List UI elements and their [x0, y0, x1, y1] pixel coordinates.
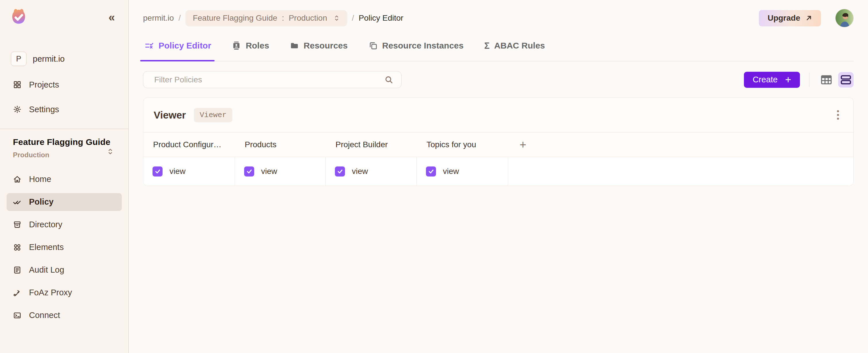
sidebar-item-label: Directory — [29, 220, 62, 229]
double-check-icon — [13, 198, 22, 206]
permission-checkbox[interactable] — [426, 166, 436, 176]
chevron-updown-icon[interactable] — [107, 148, 114, 156]
sidebar-item-directory[interactable]: Directory — [7, 216, 122, 234]
search-icon — [384, 75, 394, 84]
permission-column-headers: Product Configur… Products Project Build… — [143, 133, 854, 157]
sidebar-item-foaz-proxy[interactable]: FoAz Proxy — [7, 284, 122, 301]
policy-toolbar: Create + — [143, 71, 854, 88]
breadcrumb-separator: / — [352, 13, 354, 23]
list-view-icon — [840, 74, 852, 86]
document-lines-icon — [13, 266, 22, 275]
sidebar-item-label: Settings — [29, 105, 59, 114]
table-view-toggle[interactable] — [818, 72, 834, 88]
id-badge-icon — [232, 41, 241, 50]
environment-name: Production — [13, 151, 116, 159]
tab-label: Policy Editor — [159, 41, 211, 51]
breadcrumb: permit.io / Feature Flagging Guide : Pro… — [143, 10, 854, 26]
tab-resource-instances[interactable]: Resource Instances — [367, 38, 465, 61]
workspace-selector[interactable]: P permit.io — [7, 52, 122, 66]
toolbar-divider — [809, 73, 810, 87]
role-key-badge: Viewer — [194, 108, 232, 122]
tab-roles[interactable]: Roles — [230, 38, 271, 61]
sidebar-item-label: Connect — [29, 311, 60, 320]
copy-icon — [369, 41, 378, 50]
permission-label: view — [261, 167, 277, 176]
create-label: Create — [752, 75, 777, 84]
folder-icon — [290, 41, 299, 50]
table-view-icon — [820, 74, 832, 86]
grid-icon — [13, 81, 22, 89]
permission-label: view — [443, 167, 459, 176]
tab-policy-editor[interactable]: Policy Editor — [143, 38, 213, 61]
sidebar-item-connect[interactable]: Connect — [7, 307, 122, 324]
upgrade-label: Upgrade — [768, 13, 800, 23]
role-title: Viewer — [154, 109, 186, 121]
upgrade-button[interactable]: Upgrade — [759, 10, 821, 26]
column-header: Products — [235, 133, 326, 157]
column-header: Product Configur… — [143, 133, 235, 157]
pill-colon: : — [282, 13, 284, 23]
role-card-viewer: Viewer Viewer Product Configur… Products… — [143, 97, 854, 186]
permit-logo-icon — [9, 6, 28, 28]
pill-project-name: Feature Flagging Guide — [193, 13, 277, 23]
kebab-menu-icon[interactable] — [833, 107, 843, 123]
circles-grid-icon — [13, 243, 22, 252]
list-view-toggle[interactable] — [838, 72, 854, 88]
sidebar-item-projects[interactable]: Projects — [7, 76, 122, 94]
permission-row: view view view view — [143, 157, 854, 186]
tab-abac-rules[interactable]: Σ ABAC Rules — [483, 38, 547, 61]
sidebar-divider — [0, 129, 128, 129]
gear-icon — [13, 105, 22, 114]
workspace-name: permit.io — [33, 54, 65, 64]
chevron-updown-icon — [334, 14, 340, 22]
terminal-icon — [13, 311, 22, 320]
sidebar-item-home[interactable]: Home — [7, 170, 122, 188]
column-header: Project Builder — [326, 133, 417, 157]
sidebar-item-label: Projects — [29, 80, 59, 90]
arrow-up-right-icon — [805, 14, 812, 22]
permission-checkbox[interactable] — [244, 166, 254, 176]
sidebar-item-label: Audit Log — [29, 265, 64, 275]
empty-cell — [508, 157, 854, 186]
breadcrumb-separator: / — [178, 13, 181, 23]
breadcrumb-page: Policy Editor — [359, 13, 404, 23]
sigma-icon: Σ — [484, 41, 490, 50]
sidebar-item-elements[interactable]: Elements — [7, 238, 122, 256]
archive-icon — [13, 220, 22, 229]
permission-checkbox[interactable] — [335, 166, 345, 176]
sidebar-item-settings[interactable]: Settings — [7, 100, 122, 118]
tab-label: Roles — [246, 41, 269, 51]
sidebar-item-label: Home — [29, 174, 51, 184]
tab-label: Resource Instances — [382, 41, 464, 51]
sidebar-item-audit-log[interactable]: Audit Log — [7, 261, 122, 279]
sidebar-item-label: Policy — [29, 197, 54, 206]
route-arrow-icon — [13, 288, 22, 297]
main-content: permit.io / Feature Flagging Guide : Pro… — [129, 0, 868, 353]
home-icon — [13, 175, 22, 184]
sidebar-item-label: Elements — [29, 243, 64, 252]
tab-label: Resources — [304, 41, 347, 51]
project-name: Feature Flagging Guide — [13, 137, 116, 147]
pill-environment-name: Production — [289, 13, 327, 23]
project-selector[interactable]: Feature Flagging Guide Production — [7, 137, 122, 159]
permission-label: view — [169, 167, 186, 176]
permission-label: view — [352, 167, 368, 176]
sidebar: « P permit.io Projects Settings — [0, 0, 129, 353]
breadcrumb-org[interactable]: permit.io — [143, 13, 174, 23]
project-environment-pill[interactable]: Feature Flagging Guide : Production — [185, 10, 347, 26]
add-column-button[interactable]: + — [508, 133, 854, 157]
workspace-initial-badge: P — [11, 52, 26, 66]
permission-checkbox[interactable] — [153, 166, 162, 176]
sidebar-item-label: FoAz Proxy — [29, 288, 72, 297]
tab-bar: Policy Editor Roles Resources — [143, 38, 854, 61]
tab-resources[interactable]: Resources — [288, 38, 349, 61]
create-button[interactable]: Create + — [744, 72, 800, 88]
policy-checklist-icon — [145, 41, 154, 50]
user-avatar[interactable] — [835, 9, 854, 27]
sidebar-collapse-icon[interactable]: « — [108, 11, 115, 23]
sidebar-item-policy[interactable]: Policy — [7, 193, 122, 211]
filter-policies-input[interactable] — [143, 71, 402, 88]
tab-label: ABAC Rules — [494, 41, 545, 51]
column-header: Topics for you — [417, 133, 508, 157]
